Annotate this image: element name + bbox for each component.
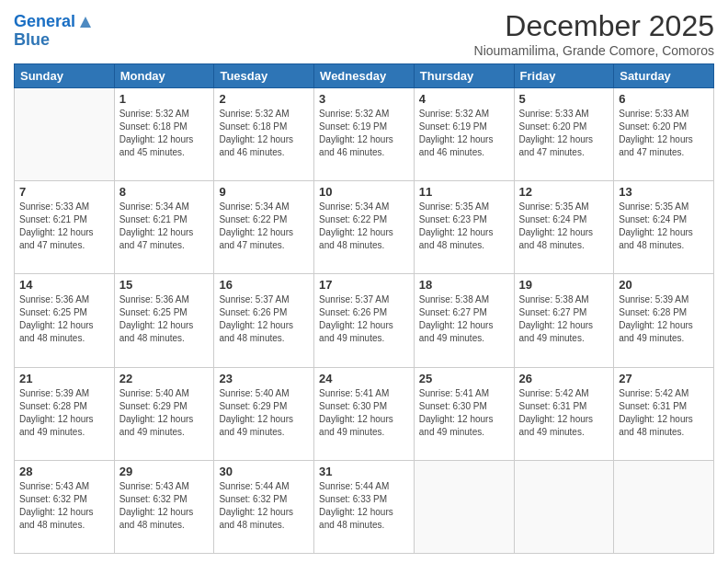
day-number: 22 [119, 372, 210, 385]
day-info: Sunrise: 5:38 AM Sunset: 6:27 PM Dayligh… [419, 293, 509, 345]
day-info: Sunrise: 5:42 AM Sunset: 6:31 PM Dayligh… [619, 387, 709, 439]
day-number: 12 [519, 185, 609, 199]
logo: General Blue [14, 13, 94, 50]
day-info: Sunrise: 5:34 AM Sunset: 6:22 PM Dayligh… [319, 201, 409, 252]
logo-icon [77, 14, 94, 30]
day-number: 10 [319, 185, 409, 199]
day-number: 14 [19, 278, 109, 292]
calendar-cell: 4Sunrise: 5:32 AM Sunset: 6:19 PM Daylig… [414, 88, 514, 181]
calendar-cell: 15Sunrise: 5:36 AM Sunset: 6:25 PM Dayli… [114, 274, 214, 367]
day-info: Sunrise: 5:40 AM Sunset: 6:29 PM Dayligh… [219, 387, 309, 439]
day-number: 11 [419, 185, 509, 199]
day-number: 1 [119, 92, 210, 106]
calendar-cell: 14Sunrise: 5:36 AM Sunset: 6:25 PM Dayli… [15, 274, 115, 367]
day-number: 16 [219, 278, 309, 292]
calendar-cell: 29Sunrise: 5:43 AM Sunset: 6:32 PM Dayli… [114, 460, 214, 553]
calendar-cell: 31Sunrise: 5:44 AM Sunset: 6:33 PM Dayli… [314, 460, 415, 553]
day-number: 7 [19, 185, 109, 199]
calendar-cell: 11Sunrise: 5:35 AM Sunset: 6:23 PM Dayli… [414, 181, 514, 274]
day-number: 4 [419, 92, 509, 106]
day-info: Sunrise: 5:35 AM Sunset: 6:23 PM Dayligh… [419, 201, 509, 252]
day-info: Sunrise: 5:32 AM Sunset: 6:19 PM Dayligh… [319, 108, 409, 159]
calendar-cell: 25Sunrise: 5:41 AM Sunset: 6:30 PM Dayli… [414, 367, 514, 460]
day-number: 28 [19, 465, 109, 478]
day-number: 18 [419, 278, 509, 292]
day-number: 5 [519, 92, 609, 106]
day-info: Sunrise: 5:39 AM Sunset: 6:28 PM Dayligh… [619, 293, 709, 345]
svg-marker-0 [80, 17, 91, 28]
weekday-header: Tuesday [214, 64, 314, 88]
day-info: Sunrise: 5:33 AM Sunset: 6:20 PM Dayligh… [619, 108, 709, 159]
day-number: 8 [119, 185, 210, 199]
day-number: 31 [319, 465, 409, 478]
calendar-cell: 22Sunrise: 5:40 AM Sunset: 6:29 PM Dayli… [114, 367, 214, 460]
month-title: December 2025 [474, 9, 714, 43]
day-info: Sunrise: 5:37 AM Sunset: 6:26 PM Dayligh… [219, 293, 309, 345]
day-info: Sunrise: 5:36 AM Sunset: 6:25 PM Dayligh… [119, 293, 210, 345]
weekday-header: Monday [114, 64, 214, 88]
calendar-week-row: 1Sunrise: 5:32 AM Sunset: 6:18 PM Daylig… [15, 88, 714, 181]
day-number: 29 [119, 465, 210, 478]
weekday-header: Sunday [15, 64, 115, 88]
day-number: 3 [319, 92, 409, 106]
calendar-cell: 5Sunrise: 5:33 AM Sunset: 6:20 PM Daylig… [514, 88, 614, 181]
calendar-cell: 20Sunrise: 5:39 AM Sunset: 6:28 PM Dayli… [614, 274, 714, 367]
day-info: Sunrise: 5:44 AM Sunset: 6:33 PM Dayligh… [319, 480, 409, 532]
weekday-header: Wednesday [314, 64, 415, 88]
calendar-cell: 6Sunrise: 5:33 AM Sunset: 6:20 PM Daylig… [614, 88, 714, 181]
calendar-cell: 23Sunrise: 5:40 AM Sunset: 6:29 PM Dayli… [214, 367, 314, 460]
day-number: 30 [219, 465, 309, 478]
calendar-cell: 19Sunrise: 5:38 AM Sunset: 6:27 PM Dayli… [514, 274, 614, 367]
day-info: Sunrise: 5:41 AM Sunset: 6:30 PM Dayligh… [319, 387, 409, 439]
calendar-cell: 2Sunrise: 5:32 AM Sunset: 6:18 PM Daylig… [214, 88, 314, 181]
day-info: Sunrise: 5:44 AM Sunset: 6:32 PM Dayligh… [219, 480, 309, 532]
subtitle: Nioumamilima, Grande Comore, Comoros [474, 43, 714, 58]
day-info: Sunrise: 5:41 AM Sunset: 6:30 PM Dayligh… [419, 387, 509, 439]
day-info: Sunrise: 5:32 AM Sunset: 6:18 PM Dayligh… [219, 108, 309, 159]
page: General Blue December 2025 Nioumamilima,… [0, 0, 728, 563]
day-number: 27 [619, 372, 709, 385]
calendar-cell: 18Sunrise: 5:38 AM Sunset: 6:27 PM Dayli… [414, 274, 514, 367]
day-info: Sunrise: 5:35 AM Sunset: 6:24 PM Dayligh… [519, 201, 609, 252]
day-info: Sunrise: 5:32 AM Sunset: 6:18 PM Dayligh… [119, 108, 210, 159]
calendar-cell [514, 460, 614, 553]
day-number: 6 [619, 92, 709, 106]
calendar-cell: 21Sunrise: 5:39 AM Sunset: 6:28 PM Dayli… [15, 367, 115, 460]
day-info: Sunrise: 5:32 AM Sunset: 6:19 PM Dayligh… [419, 108, 509, 159]
calendar-cell: 17Sunrise: 5:37 AM Sunset: 6:26 PM Dayli… [314, 274, 415, 367]
calendar-week-row: 7Sunrise: 5:33 AM Sunset: 6:21 PM Daylig… [15, 181, 714, 274]
calendar-cell: 16Sunrise: 5:37 AM Sunset: 6:26 PM Dayli… [214, 274, 314, 367]
day-number: 19 [519, 278, 609, 292]
day-number: 13 [619, 185, 709, 199]
calendar-cell [414, 460, 514, 553]
day-info: Sunrise: 5:39 AM Sunset: 6:28 PM Dayligh… [19, 387, 109, 439]
day-number: 2 [219, 92, 309, 106]
calendar-cell: 1Sunrise: 5:32 AM Sunset: 6:18 PM Daylig… [114, 88, 214, 181]
day-number: 24 [319, 372, 409, 385]
calendar-week-row: 28Sunrise: 5:43 AM Sunset: 6:32 PM Dayli… [15, 460, 714, 553]
day-number: 9 [219, 185, 309, 199]
day-number: 25 [419, 372, 509, 385]
day-info: Sunrise: 5:38 AM Sunset: 6:27 PM Dayligh… [519, 293, 609, 345]
day-info: Sunrise: 5:42 AM Sunset: 6:31 PM Dayligh… [519, 387, 609, 439]
day-number: 15 [119, 278, 210, 292]
day-number: 26 [519, 372, 609, 385]
day-info: Sunrise: 5:35 AM Sunset: 6:24 PM Dayligh… [619, 201, 709, 252]
calendar-cell: 10Sunrise: 5:34 AM Sunset: 6:22 PM Dayli… [314, 181, 415, 274]
calendar-cell: 30Sunrise: 5:44 AM Sunset: 6:32 PM Dayli… [214, 460, 314, 553]
day-info: Sunrise: 5:36 AM Sunset: 6:25 PM Dayligh… [19, 293, 109, 345]
day-info: Sunrise: 5:40 AM Sunset: 6:29 PM Dayligh… [119, 387, 210, 439]
weekday-header: Friday [514, 64, 614, 88]
calendar-header-row: SundayMondayTuesdayWednesdayThursdayFrid… [15, 64, 714, 88]
calendar-cell: 13Sunrise: 5:35 AM Sunset: 6:24 PM Dayli… [614, 181, 714, 274]
day-info: Sunrise: 5:43 AM Sunset: 6:32 PM Dayligh… [119, 480, 210, 532]
title-section: December 2025 Nioumamilima, Grande Comor… [474, 9, 714, 58]
weekday-header: Saturday [614, 64, 714, 88]
calendar-cell: 3Sunrise: 5:32 AM Sunset: 6:19 PM Daylig… [314, 88, 415, 181]
logo-text: General [14, 13, 75, 31]
day-number: 17 [319, 278, 409, 292]
calendar-cell: 24Sunrise: 5:41 AM Sunset: 6:30 PM Dayli… [314, 367, 415, 460]
day-info: Sunrise: 5:33 AM Sunset: 6:21 PM Dayligh… [19, 201, 109, 252]
calendar-cell [15, 88, 115, 181]
calendar-cell: 26Sunrise: 5:42 AM Sunset: 6:31 PM Dayli… [514, 367, 614, 460]
